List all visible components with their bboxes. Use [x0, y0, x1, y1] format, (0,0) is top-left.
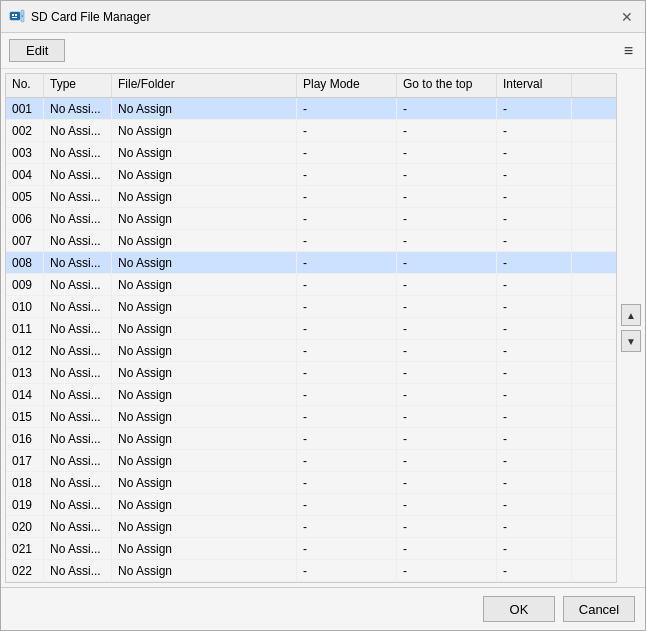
cell-interval: -: [497, 384, 572, 405]
cell-interval: -: [497, 560, 572, 581]
scroll-down-button[interactable]: ▼: [621, 330, 641, 352]
cell-file: No Assign: [112, 560, 297, 581]
cell-file: No Assign: [112, 186, 297, 207]
cell-file: No Assign: [112, 406, 297, 427]
cell-play: -: [297, 560, 397, 581]
table-row[interactable]: 018 No Assi... No Assign - - -: [6, 472, 616, 494]
cell-interval: -: [497, 186, 572, 207]
cell-no: 007: [6, 230, 44, 251]
table-row[interactable]: 013 No Assi... No Assign - - -: [6, 362, 616, 384]
table-row[interactable]: 005 No Assi... No Assign - - -: [6, 186, 616, 208]
cell-interval: -: [497, 142, 572, 163]
table-row[interactable]: 001 No Assi... No Assign - - -: [6, 98, 616, 120]
table-row[interactable]: 011 No Assi... No Assign - - -: [6, 318, 616, 340]
cell-type: No Assi...: [44, 230, 112, 251]
table-container: No. Type File/Folder Play Mode Go to the…: [5, 73, 617, 583]
cell-file: No Assign: [112, 120, 297, 141]
right-controls: ▲ ▼: [617, 69, 645, 587]
cell-no: 014: [6, 384, 44, 405]
cell-file: No Assign: [112, 516, 297, 537]
cell-goto: -: [397, 428, 497, 449]
cell-no: 004: [6, 164, 44, 185]
cell-type: No Assi...: [44, 340, 112, 361]
cancel-button[interactable]: Cancel: [563, 596, 635, 622]
cell-play: -: [297, 516, 397, 537]
cell-file: No Assign: [112, 428, 297, 449]
cell-interval: -: [497, 472, 572, 493]
table-row[interactable]: 004 No Assi... No Assign - - -: [6, 164, 616, 186]
cell-play: -: [297, 428, 397, 449]
table-row[interactable]: 021 No Assi... No Assign - - -: [6, 538, 616, 560]
cell-file: No Assign: [112, 450, 297, 471]
footer: OK Cancel: [1, 587, 645, 630]
table-row[interactable]: 008 No Assi... No Assign - - -: [6, 252, 616, 274]
cell-play: -: [297, 318, 397, 339]
cell-file: No Assign: [112, 318, 297, 339]
edit-button[interactable]: Edit: [9, 39, 65, 62]
cell-goto: -: [397, 252, 497, 273]
table-row[interactable]: 012 No Assi... No Assign - - -: [6, 340, 616, 362]
table-row[interactable]: 019 No Assi... No Assign - - -: [6, 494, 616, 516]
cell-goto: -: [397, 230, 497, 251]
cell-type: No Assi...: [44, 164, 112, 185]
table-row[interactable]: 014 No Assi... No Assign - - -: [6, 384, 616, 406]
cell-interval: -: [497, 164, 572, 185]
cell-goto: -: [397, 516, 497, 537]
cell-goto: -: [397, 472, 497, 493]
table-row[interactable]: 002 No Assi... No Assign - - -: [6, 120, 616, 142]
cell-no: 020: [6, 516, 44, 537]
cell-no: 012: [6, 340, 44, 361]
cell-type: No Assi...: [44, 494, 112, 515]
cell-play: -: [297, 296, 397, 317]
cell-goto: -: [397, 560, 497, 581]
col-header-interval: Interval: [497, 74, 572, 97]
col-header-goto: Go to the top: [397, 74, 497, 97]
table-row[interactable]: 015 No Assi... No Assign - - -: [6, 406, 616, 428]
main-window: SD Card File Manager ✕ Edit ≡ No. Type F…: [0, 0, 646, 631]
cell-goto: -: [397, 120, 497, 141]
cell-file: No Assign: [112, 340, 297, 361]
cell-play: -: [297, 230, 397, 251]
table-row[interactable]: 009 No Assi... No Assign - - -: [6, 274, 616, 296]
cell-file: No Assign: [112, 164, 297, 185]
menu-icon[interactable]: ≡: [620, 40, 637, 62]
cell-goto: -: [397, 538, 497, 559]
table-header: No. Type File/Folder Play Mode Go to the…: [6, 74, 616, 98]
cell-play: -: [297, 538, 397, 559]
table-row[interactable]: 010 No Assi... No Assign - - -: [6, 296, 616, 318]
cell-interval: -: [497, 406, 572, 427]
table-row[interactable]: 017 No Assi... No Assign - - -: [6, 450, 616, 472]
toolbar: Edit ≡: [1, 33, 645, 69]
table-body[interactable]: 001 No Assi... No Assign - - - 002 No As…: [6, 98, 616, 582]
window-icon: [9, 9, 25, 25]
cell-goto: -: [397, 340, 497, 361]
cell-no: 018: [6, 472, 44, 493]
scroll-up-button[interactable]: ▲: [621, 304, 641, 326]
cell-goto: -: [397, 98, 497, 119]
cell-type: No Assi...: [44, 142, 112, 163]
cell-play: -: [297, 164, 397, 185]
cell-type: No Assi...: [44, 384, 112, 405]
cell-type: No Assi...: [44, 296, 112, 317]
table-row[interactable]: 022 No Assi... No Assign - - -: [6, 560, 616, 582]
cell-no: 022: [6, 560, 44, 581]
cell-goto: -: [397, 186, 497, 207]
close-button[interactable]: ✕: [617, 7, 637, 27]
table-row[interactable]: 020 No Assi... No Assign - - -: [6, 516, 616, 538]
svg-rect-1: [12, 14, 14, 16]
cell-goto: -: [397, 318, 497, 339]
cell-type: No Assi...: [44, 406, 112, 427]
cell-type: No Assi...: [44, 274, 112, 295]
ok-button[interactable]: OK: [483, 596, 555, 622]
table-row[interactable]: 006 No Assi... No Assign - - -: [6, 208, 616, 230]
cell-type: No Assi...: [44, 538, 112, 559]
cell-no: 011: [6, 318, 44, 339]
cell-play: -: [297, 362, 397, 383]
cell-play: -: [297, 120, 397, 141]
table-row[interactable]: 007 No Assi... No Assign - - -: [6, 230, 616, 252]
cell-no: 008: [6, 252, 44, 273]
cell-interval: -: [497, 494, 572, 515]
table-row[interactable]: 003 No Assi... No Assign - - -: [6, 142, 616, 164]
cell-goto: -: [397, 406, 497, 427]
table-row[interactable]: 016 No Assi... No Assign - - -: [6, 428, 616, 450]
